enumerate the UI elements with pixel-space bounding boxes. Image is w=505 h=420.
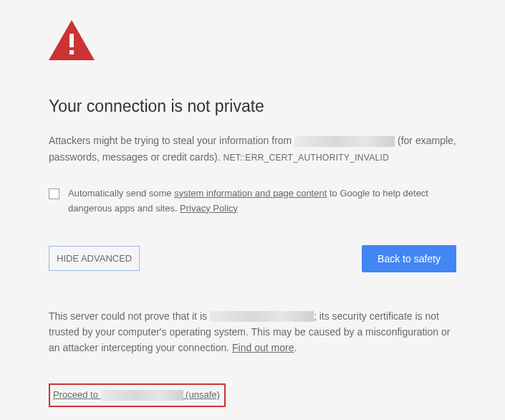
proceed-prefix: Proceed to [53,389,101,400]
advanced-before: This server could not prove that it is [49,310,210,322]
find-out-more-link[interactable]: Find out more [232,342,294,353]
warning-icon [49,20,456,65]
proceed-link[interactable]: Proceed to (unsafe) [53,389,220,400]
system-info-link[interactable]: system information and page content [174,188,327,199]
intro-prefix: Attackers might be trying to steal your … [49,135,294,146]
opt-in-text: Automatically send some system informati… [68,186,456,216]
privacy-policy-link[interactable]: Privacy Policy [180,203,238,214]
redacted-hostname [294,136,395,147]
back-to-safety-button[interactable]: Back to safety [362,245,456,272]
opt-in-before: Automatically send some [68,188,174,199]
proceed-suffix: (unsafe) [183,389,220,400]
page-title: Your connection is not private [49,93,456,120]
svg-rect-2 [69,50,74,54]
redacted-hostname-2 [210,311,314,322]
proceed-highlight: Proceed to (unsafe) [49,383,226,407]
error-code: NET::ERR_CERT_AUTHORITY_INVALID [223,153,390,163]
intro-paragraph: Attackers might be trying to steal your … [49,133,456,165]
button-row: HIDE ADVANCED Back to safety [49,245,456,272]
svg-rect-1 [69,34,74,47]
advanced-period: . [294,342,297,353]
opt-in-checkbox[interactable] [49,188,59,199]
redacted-hostname-3 [101,390,183,401]
advanced-paragraph: This server could not prove that it is ;… [49,308,456,356]
opt-in-row: Automatically send some system informati… [49,186,456,216]
advanced-section: This server could not prove that it is ;… [49,308,456,407]
hide-advanced-button[interactable]: HIDE ADVANCED [49,246,140,271]
